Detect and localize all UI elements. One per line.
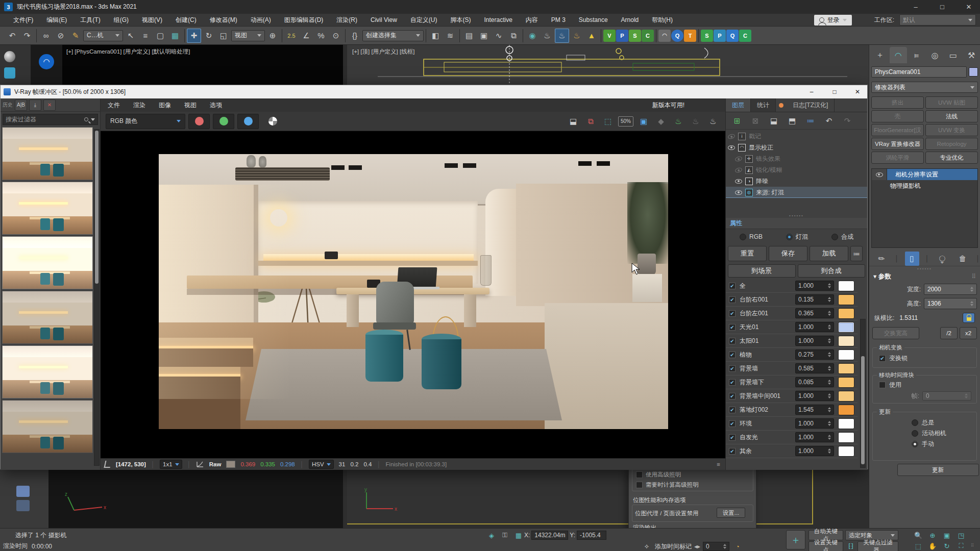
plugin-icon-9[interactable]: P xyxy=(714,30,726,42)
width-field[interactable]: 2000 xyxy=(924,284,977,295)
layout-tab2-icon[interactable] xyxy=(16,500,30,511)
vfb-close-button[interactable]: ✕ xyxy=(848,88,867,95)
tab-layers[interactable]: 图层 xyxy=(726,98,751,112)
modify-tab-icon[interactable]: ◠ xyxy=(890,47,907,63)
plugin-icon-3[interactable]: S xyxy=(629,30,641,42)
lightmix-color-swatch[interactable] xyxy=(838,336,854,346)
add-layer-icon[interactable]: ⊞ xyxy=(730,114,744,128)
panel-splitter[interactable]: •••••• xyxy=(726,213,867,218)
lightmix-row[interactable]: ✔自发光1.000 xyxy=(726,431,857,444)
redo-icon[interactable]: ↷ xyxy=(20,29,34,43)
menu-substance[interactable]: Substance xyxy=(573,14,614,26)
orbit-icon[interactable]: ↻ xyxy=(941,541,952,550)
lightmix-color-swatch[interactable] xyxy=(838,308,854,319)
menu-modifiers[interactable]: 修改器(M) xyxy=(204,14,243,27)
aspect-lock-button[interactable] xyxy=(963,313,975,323)
align-icon[interactable]: ≋ xyxy=(443,29,457,43)
plugin-round-icon[interactable]: ◠ xyxy=(39,54,54,69)
history-delete-icon[interactable]: ✕ xyxy=(43,99,56,111)
to-scene-button[interactable]: 到场景 xyxy=(728,264,796,278)
layer-sharpen-blur[interactable]: ◭锐化/模糊 xyxy=(726,164,867,176)
key-filters-button[interactable]: 关键点过滤器.. xyxy=(857,541,898,551)
layer-list-icon[interactable]: ≔ xyxy=(803,114,818,128)
material-editor-icon[interactable]: ◉ xyxy=(525,29,540,43)
menu-customize[interactable]: 自定义(U) xyxy=(404,14,444,27)
menu-rendering[interactable]: 渲染(R) xyxy=(330,14,363,27)
green-channel-button[interactable] xyxy=(213,114,234,129)
plugin-icon-2[interactable]: P xyxy=(616,30,628,42)
ab-compare-icon[interactable]: A|B xyxy=(15,99,27,111)
lightmix-row[interactable]: ✔背景墙中间0011.000 xyxy=(726,389,857,403)
pan-hand-icon[interactable]: ✋ xyxy=(927,541,938,550)
history-save-icon[interactable]: ⤓ xyxy=(29,99,41,111)
selection-filter-dropdown[interactable]: C…机 xyxy=(83,30,123,41)
resize-gripper[interactable]: ⠿ xyxy=(971,543,974,548)
vfb-clear-icon[interactable]: ⧉ xyxy=(583,114,598,129)
fit-frame-icon[interactable]: ▣ xyxy=(636,114,651,129)
vfb-save-icon[interactable]: ⬓ xyxy=(566,114,580,129)
modifier-uvwxform-button[interactable]: UVW 变换 xyxy=(925,124,978,136)
modifier-retopology-button[interactable]: Retopology xyxy=(925,138,978,150)
angle-snap-icon[interactable]: ∠ xyxy=(299,29,313,43)
history-search-input[interactable]: 搜索过滤器 xyxy=(3,114,98,125)
pin-stack-icon[interactable]: ✎ xyxy=(871,248,891,268)
menu-arnold[interactable]: Arnold xyxy=(615,14,645,26)
lightmix-color-swatch[interactable] xyxy=(838,363,854,374)
lightmix-color-swatch[interactable] xyxy=(838,446,854,457)
history-thumbnail[interactable] xyxy=(2,291,93,344)
lightmix-color-swatch[interactable] xyxy=(838,405,854,415)
motion-tab-icon[interactable]: ◎ xyxy=(926,47,943,63)
plugin-icon-4[interactable]: C xyxy=(642,30,654,42)
menu-create[interactable]: 创建(C) xyxy=(169,14,203,27)
vfb-menu-image[interactable]: 图像 xyxy=(159,101,171,110)
update-button[interactable]: 更新 xyxy=(897,464,979,476)
menu-edit[interactable]: 编辑(E) xyxy=(40,14,73,27)
blue-channel-button[interactable] xyxy=(237,114,259,129)
layer-denoise[interactable]: ◑降噪 xyxy=(726,176,867,187)
set-key-brackets-icon[interactable]: ⁅⁆ xyxy=(845,541,856,550)
history-thumbnail[interactable] xyxy=(2,236,93,289)
save-lightmix-button[interactable]: 保存 xyxy=(769,246,807,261)
hierarchy-tab-icon[interactable]: ⫢ xyxy=(908,47,925,63)
render-setup-icon[interactable]: ♨ xyxy=(540,29,554,43)
plugin-vray-icon[interactable]: V xyxy=(603,30,616,42)
use-center-icon[interactable]: ⊕ xyxy=(265,29,280,43)
stack-item-resolution[interactable]: 相机分辨率设置 xyxy=(872,169,977,180)
menu-graph-editors[interactable]: 图形编辑器(D) xyxy=(278,14,330,27)
lightmix-row[interactable]: ✔太阳011.000 xyxy=(726,334,857,348)
calc-adv-checkbox[interactable] xyxy=(636,482,643,488)
bitmap-setup-button[interactable]: 设置... xyxy=(717,508,745,518)
menu-tools[interactable]: 工具(T) xyxy=(74,14,106,27)
object-color-swatch[interactable] xyxy=(969,67,978,77)
menu-interactive[interactable]: Interactive xyxy=(478,14,518,26)
top-viewport-caption[interactable]: [+] [顶] [用户定义] [线框] xyxy=(352,48,414,56)
modifier-list-dropdown[interactable]: 修改器列表 xyxy=(871,82,978,93)
vfb-menu-render[interactable]: 渲染 xyxy=(133,101,145,110)
height-field[interactable]: 1306 xyxy=(924,298,977,309)
viewport-layout-icon[interactable] xyxy=(4,67,15,79)
zoom-region-icon[interactable]: ⬚ xyxy=(913,541,924,550)
layer-source-lightmix[interactable]: ◍来源: 灯混 xyxy=(726,187,867,198)
mode-composite[interactable]: 合成 xyxy=(831,233,853,241)
vfb-menu-file[interactable]: 文件 xyxy=(108,101,120,110)
rollout-splitter[interactable]: •••••• xyxy=(869,266,980,271)
qr-icon[interactable]: Q xyxy=(671,30,683,42)
select-by-name-icon[interactable]: ≡ xyxy=(138,29,153,43)
render-last-icon[interactable]: ♨ xyxy=(671,114,685,129)
lightmix-color-swatch[interactable] xyxy=(838,418,854,429)
lightmix-color-swatch[interactable] xyxy=(838,281,854,291)
lightmix-row[interactable]: ✔台阶左0010.365 xyxy=(726,307,857,320)
vfb-menu-view[interactable]: 视图 xyxy=(184,101,197,110)
render-production-icon[interactable]: ♨ xyxy=(570,29,584,43)
mode-rgb[interactable]: RGB xyxy=(740,233,763,240)
schematic-view-icon[interactable]: ⧉ xyxy=(506,29,521,43)
select-object-icon[interactable]: ↖ xyxy=(124,29,138,43)
sample-size-dropdown[interactable]: 1x1 xyxy=(160,460,182,469)
snaps-toggle-icon[interactable]: 2.5 xyxy=(284,29,299,43)
coord-reference-dropdown[interactable]: 视图 xyxy=(231,30,265,41)
rect-region-icon[interactable]: ▢ xyxy=(153,29,167,43)
move-tool-icon[interactable]: ✚ xyxy=(187,29,201,43)
modifier-uvwmap-button[interactable]: UVW 贴图 xyxy=(925,96,978,109)
close-button[interactable]: ✕ xyxy=(958,0,980,14)
set-key-button[interactable]: 设置关键点 xyxy=(808,541,843,551)
